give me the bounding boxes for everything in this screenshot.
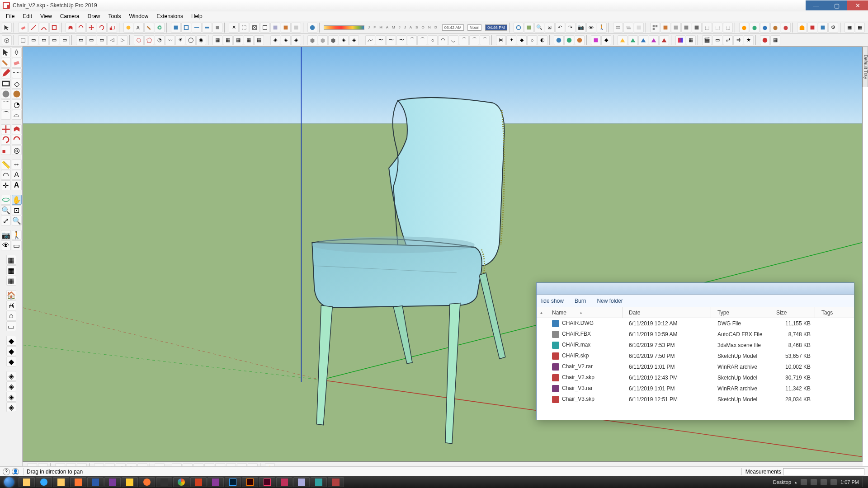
- eraser-tool[interactable]: [18, 23, 28, 33]
- circle-icon[interactable]: [1, 89, 11, 99]
- line-tool[interactable]: [28, 23, 38, 33]
- minimize-button[interactable]: —: [806, 0, 826, 10]
- sandbox2-icon[interactable]: ▦: [6, 265, 16, 275]
- tb-word[interactable]: [87, 477, 104, 487]
- tb-app5[interactable]: [328, 477, 344, 487]
- menu-file[interactable]: File: [2, 12, 19, 20]
- position-camera[interactable]: 📷: [576, 23, 586, 33]
- zoom-tool[interactable]: 🔍: [534, 23, 544, 33]
- component-tool-5[interactable]: ⬚: [702, 23, 712, 33]
- section-tool-2[interactable]: [212, 23, 222, 33]
- tb-ppt[interactable]: [190, 477, 207, 487]
- maximize-button[interactable]: ▢: [826, 0, 847, 10]
- printer-icon[interactable]: 🖨: [6, 300, 16, 310]
- ext3-icon[interactable]: ◈: [6, 392, 16, 402]
- section-icon[interactable]: ▭: [12, 240, 22, 250]
- arc-tool[interactable]: [39, 23, 49, 33]
- tape-icon[interactable]: 📏: [1, 160, 11, 169]
- pencil-icon[interactable]: [1, 68, 11, 78]
- protractor-icon[interactable]: ◠: [1, 170, 11, 180]
- pie-icon[interactable]: ◔: [12, 99, 22, 109]
- tray-icon-1[interactable]: [801, 479, 807, 485]
- vray-5[interactable]: [659, 35, 669, 45]
- wireframe[interactable]: [250, 23, 259, 33]
- file-row[interactable]: Chair_V3.rar 6/11/2019 1:01 PM WinRAR ar…: [537, 383, 854, 394]
- section-cut[interactable]: [192, 23, 202, 33]
- next-view[interactable]: ↷: [566, 23, 576, 33]
- menu-tools[interactable]: Tools: [104, 12, 125, 20]
- file-row[interactable]: Chair_V3.skp 6/11/2019 12:51 PM SketchUp…: [537, 394, 854, 405]
- dyn3-icon[interactable]: ◆: [6, 357, 16, 366]
- group-1[interactable]: [307, 35, 317, 45]
- group-5[interactable]: ◈: [349, 35, 359, 45]
- lasso-icon[interactable]: ◊: [12, 47, 22, 57]
- curve-2[interactable]: 〜: [376, 35, 386, 45]
- group-3[interactable]: [328, 35, 338, 45]
- freehand-icon[interactable]: 〰: [12, 68, 22, 78]
- scene-next[interactable]: ▷: [118, 35, 127, 45]
- scene-add[interactable]: ▭: [76, 35, 86, 45]
- component-tool[interactable]: [660, 23, 670, 33]
- addDetail-tool[interactable]: ▦: [244, 35, 254, 45]
- hidden-line[interactable]: [260, 23, 270, 33]
- dimension-icon[interactable]: ↔: [12, 160, 22, 169]
- plugin-3[interactable]: [575, 35, 585, 45]
- stamp-tool[interactable]: ▦: [223, 35, 233, 45]
- anim-1[interactable]: 🎬: [702, 35, 712, 45]
- plugin-1[interactable]: [554, 35, 564, 45]
- vray-4[interactable]: [649, 35, 659, 45]
- right-view[interactable]: ▭: [39, 35, 49, 45]
- ext-manager[interactable]: ⚙: [828, 23, 838, 33]
- tb-ai[interactable]: [242, 477, 258, 487]
- rect-icon[interactable]: [1, 79, 11, 89]
- section-tool[interactable]: [171, 23, 181, 33]
- curve-12[interactable]: ⌒: [480, 35, 490, 45]
- material-1[interactable]: [675, 35, 685, 45]
- zoomextents-icon[interactable]: ⤢: [1, 216, 11, 225]
- close-button[interactable]: ✕: [847, 0, 868, 10]
- render-2[interactable]: ▦: [770, 35, 780, 45]
- select-tool[interactable]: [2, 23, 12, 33]
- bezier-3[interactable]: ◆: [517, 35, 527, 45]
- arc3-icon[interactable]: ⌓: [12, 110, 22, 120]
- ext1-icon[interactable]: ◈: [6, 371, 16, 381]
- file-row[interactable]: CHAIR.FBX 6/11/2019 10:59 AM AutoCAD FBX…: [537, 329, 854, 340]
- tray-volume-icon[interactable]: [830, 479, 837, 485]
- scene-prev[interactable]: ◁: [107, 35, 117, 45]
- back-view[interactable]: ▭: [49, 35, 59, 45]
- pan-icon[interactable]: ✋: [12, 195, 22, 205]
- shaded-textures[interactable]: [281, 23, 291, 33]
- outliner[interactable]: [650, 23, 660, 33]
- 3d-warehouse[interactable]: [797, 23, 807, 33]
- arc2-icon[interactable]: ⌒: [1, 110, 11, 120]
- look-icon[interactable]: 👁: [1, 240, 11, 250]
- clock[interactable]: 1:07 PM: [840, 479, 859, 485]
- tb-id[interactable]: [259, 477, 275, 487]
- text-icon[interactable]: A: [12, 170, 22, 180]
- rotate-icon[interactable]: [1, 135, 11, 145]
- file-row[interactable]: CHAIR.max 6/10/2019 7:53 PM 3dsMax scene…: [537, 340, 854, 351]
- component-tool-6[interactable]: ⬚: [712, 23, 722, 33]
- col-size[interactable]: Size: [776, 307, 815, 318]
- polygon-icon[interactable]: [12, 89, 22, 99]
- menu-extensions[interactable]: Extensions: [152, 12, 187, 20]
- curve-11[interactable]: ⌒: [469, 35, 479, 45]
- material-2[interactable]: ▦: [686, 35, 696, 45]
- ext4-icon[interactable]: ◈: [6, 402, 16, 412]
- tb-app3[interactable]: [276, 477, 292, 487]
- anim-5[interactable]: ★: [744, 35, 754, 45]
- menu-window[interactable]: Window: [125, 12, 153, 20]
- help-icon[interactable]: ?: [3, 468, 10, 475]
- curve-6[interactable]: ⌒: [417, 35, 427, 45]
- front-view[interactable]: ▭: [28, 35, 38, 45]
- tb-vlc[interactable]: [70, 477, 86, 487]
- curve-10[interactable]: ⌒: [459, 35, 469, 45]
- anim-2[interactable]: ▭: [712, 35, 722, 45]
- tb-sketchup[interactable]: [311, 477, 327, 487]
- prev-view[interactable]: ↶: [555, 23, 565, 33]
- tb-explorer[interactable]: [19, 477, 35, 487]
- burn-btn[interactable]: Burn: [575, 298, 586, 304]
- curve-8[interactable]: ◠: [438, 35, 448, 45]
- ext2-icon[interactable]: ◈: [6, 381, 16, 391]
- curve-7[interactable]: ○: [428, 35, 438, 45]
